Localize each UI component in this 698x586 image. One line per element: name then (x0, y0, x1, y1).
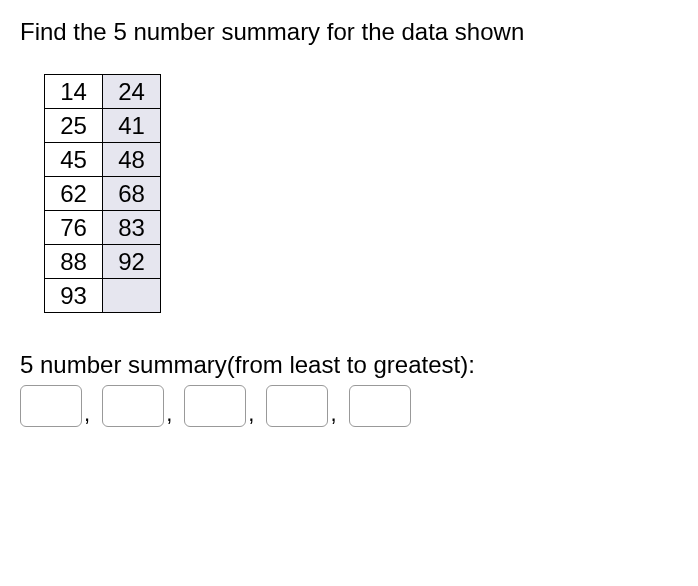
table-row: 45 48 (45, 143, 161, 177)
data-cell: 45 (45, 143, 103, 177)
data-cell: 14 (45, 75, 103, 109)
summary-label: 5 number summary(from least to greatest)… (20, 351, 678, 379)
data-cell: 92 (103, 245, 161, 279)
answer-input-2[interactable] (102, 385, 164, 427)
separator-comma: , (166, 401, 172, 427)
table-row: 88 92 (45, 245, 161, 279)
answer-input-3[interactable] (184, 385, 246, 427)
data-table: 14 24 25 41 45 48 62 68 76 83 88 92 93 (44, 74, 161, 313)
separator-comma: , (248, 401, 254, 427)
data-cell: 76 (45, 211, 103, 245)
data-cell: 68 (103, 177, 161, 211)
data-cell: 83 (103, 211, 161, 245)
separator-comma: , (330, 401, 336, 427)
table-row: 25 41 (45, 109, 161, 143)
answer-input-4[interactable] (266, 385, 328, 427)
table-row: 76 83 (45, 211, 161, 245)
data-cell: 62 (45, 177, 103, 211)
answer-input-5[interactable] (349, 385, 411, 427)
data-cell: 41 (103, 109, 161, 143)
answer-input-1[interactable] (20, 385, 82, 427)
data-cell: 93 (45, 279, 103, 313)
data-cell (103, 279, 161, 313)
table-row: 14 24 (45, 75, 161, 109)
table-row: 93 (45, 279, 161, 313)
question-text: Find the 5 number summary for the data s… (20, 18, 678, 46)
data-cell: 48 (103, 143, 161, 177)
data-cell: 88 (45, 245, 103, 279)
answer-row: , , , , (20, 385, 678, 427)
table-row: 62 68 (45, 177, 161, 211)
data-cell: 25 (45, 109, 103, 143)
separator-comma: , (84, 401, 90, 427)
data-cell: 24 (103, 75, 161, 109)
